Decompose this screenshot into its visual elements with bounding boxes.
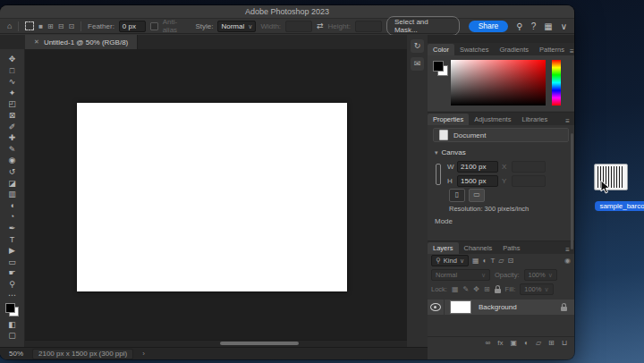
eye-icon[interactable] xyxy=(430,303,441,311)
height-input[interactable] xyxy=(355,21,382,32)
horizontal-scrollbar[interactable] xyxy=(25,340,407,347)
color-panel-swatches[interactable] xyxy=(433,61,448,76)
filter-smart-objects-icon[interactable]: ⊡ xyxy=(507,256,513,266)
panel-menu-icon[interactable]: ≡ xyxy=(570,47,574,55)
clone-stamp-tool[interactable]: ◉ xyxy=(5,155,20,166)
filter-kind-dropdown[interactable]: Kind xyxy=(431,255,469,266)
lock-position-icon[interactable]: ✥ xyxy=(473,284,479,294)
blend-mode-dropdown[interactable]: Normal xyxy=(431,269,490,281)
gradient-tool[interactable]: ▥ xyxy=(5,189,20,200)
hand-tool[interactable]: ☛ xyxy=(5,267,20,279)
hue-slider[interactable] xyxy=(552,60,561,106)
opacity-dropdown[interactable]: 100% xyxy=(524,269,557,281)
foreground-color-swatch[interactable] xyxy=(433,61,444,72)
canvas-x-input[interactable] xyxy=(512,161,546,173)
swap-dimensions-icon[interactable]: ⇄ xyxy=(317,21,324,30)
lock-artboard-icon[interactable]: ⊞ xyxy=(484,284,490,294)
pen-tool[interactable]: ✒ xyxy=(5,223,20,234)
object-selection-tool[interactable]: ✦ xyxy=(5,88,20,99)
rectangular-marquee-tool[interactable]: □ xyxy=(5,65,20,77)
brush-tool[interactable]: ✎ xyxy=(5,144,20,156)
path-selection-tool[interactable]: ▶ xyxy=(5,245,20,257)
feather-input[interactable]: 0 px xyxy=(119,21,146,32)
document-tab[interactable]: ✕ Untitled-1 @ 50% (RGB/8) xyxy=(25,35,138,49)
history-panel-icon[interactable]: ↻ xyxy=(411,39,424,53)
edit-toolbar-icon[interactable]: ⋯ xyxy=(5,290,20,300)
add-layer-mask-icon[interactable]: ▣ xyxy=(510,338,517,348)
workspace-icon[interactable]: ▦ xyxy=(544,21,552,31)
new-selection-icon[interactable]: ■ xyxy=(38,22,43,30)
window-titlebar[interactable]: Adobe Photoshop 2023 xyxy=(0,5,574,19)
quick-mask-icon[interactable]: ◧ xyxy=(5,319,20,330)
search-icon[interactable]: ⚲ xyxy=(516,21,522,31)
rectangle-tool[interactable]: ▭ xyxy=(5,257,20,268)
tab-color[interactable]: Color xyxy=(428,44,454,55)
lasso-tool[interactable]: ∿ xyxy=(5,76,20,88)
desktop-file-barcode-icon[interactable] xyxy=(594,164,628,190)
fill-dropdown[interactable]: 100% xyxy=(520,283,553,295)
zoom-level-input[interactable]: 50% xyxy=(9,350,23,358)
home-icon[interactable]: ⌂ xyxy=(7,21,12,30)
new-group-icon[interactable]: ▱ xyxy=(536,338,541,348)
share-button[interactable]: Share xyxy=(469,21,509,32)
eraser-tool[interactable]: ◪ xyxy=(5,178,20,190)
add-to-selection-icon[interactable]: ⊞ xyxy=(47,22,54,30)
width-input[interactable] xyxy=(285,21,312,32)
canvas-height-input[interactable]: 1500 px xyxy=(457,175,498,187)
delete-layer-icon[interactable]: ⊔ xyxy=(562,338,567,348)
crop-tool[interactable]: ◰ xyxy=(5,98,20,110)
active-tool-icon[interactable] xyxy=(25,21,34,30)
new-adjustment-layer-icon[interactable]: ◐ xyxy=(524,338,529,348)
canvas-width-input[interactable]: 2100 px xyxy=(457,161,498,173)
document-canvas[interactable] xyxy=(77,103,347,291)
anti-alias-checkbox[interactable] xyxy=(150,22,158,30)
move-tool[interactable]: ✥ xyxy=(5,54,20,65)
select-and-mask-button[interactable]: Select and Mask... xyxy=(386,16,460,36)
tab-swatches[interactable]: Swatches xyxy=(454,44,495,55)
new-layer-icon[interactable]: ⊞ xyxy=(548,338,555,348)
frame-tool[interactable]: ⊠ xyxy=(5,110,20,122)
filter-pixel-layers-icon[interactable]: ▦ xyxy=(472,256,479,266)
help-icon[interactable]: ? xyxy=(531,21,537,31)
comments-panel-icon[interactable]: ✉ xyxy=(411,57,424,71)
layer-visibility-cell[interactable] xyxy=(428,300,445,315)
close-tab-icon[interactable]: ✕ xyxy=(34,38,39,46)
zoom-tool[interactable]: ⚲ xyxy=(5,279,20,291)
history-brush-tool[interactable]: ↺ xyxy=(5,166,20,178)
document-properties-row[interactable]: Document xyxy=(433,128,569,142)
layer-thumbnail[interactable] xyxy=(450,300,471,314)
horizontal-scrollbar-thumb[interactable] xyxy=(220,342,299,345)
saturation-brightness-picker[interactable] xyxy=(451,60,546,106)
link-layers-icon[interactable]: ∞ xyxy=(486,338,491,348)
layer-effects-icon[interactable]: fx xyxy=(497,338,503,348)
foreground-color-swatch[interactable] xyxy=(5,303,15,313)
tab-gradients[interactable]: Gradients xyxy=(494,44,534,55)
eyedropper-tool[interactable]: ✐ xyxy=(5,122,20,133)
lock-all-icon[interactable] xyxy=(495,289,501,293)
type-tool[interactable]: T xyxy=(5,234,20,246)
filter-type-layers-icon[interactable]: T xyxy=(490,256,495,266)
blur-tool[interactable]: ◖ xyxy=(5,200,20,212)
layer-row-background[interactable]: Background xyxy=(428,300,574,315)
filter-shape-layers-icon[interactable]: ▱ xyxy=(498,256,504,266)
portrait-orientation-button[interactable]: ▯ xyxy=(449,189,465,202)
layer-filter-toggle[interactable]: ◉ xyxy=(564,257,571,265)
spot-healing-brush-tool[interactable]: ✚ xyxy=(5,132,20,144)
link-dimensions-icon[interactable] xyxy=(436,164,441,185)
canvas-area[interactable] xyxy=(25,49,407,347)
lock-image-pixels-icon[interactable]: ✎ xyxy=(463,284,470,294)
status-chevron-icon[interactable]: › xyxy=(142,350,145,358)
canvas-y-input[interactable] xyxy=(512,175,546,187)
landscape-orientation-button[interactable]: ▭ xyxy=(469,189,485,202)
subtract-from-selection-icon[interactable]: ⊟ xyxy=(58,22,64,30)
lock-transparent-pixels-icon[interactable]: ▦ xyxy=(452,284,459,294)
dodge-tool[interactable]: ◔ xyxy=(5,211,20,223)
screen-mode-icon[interactable]: ▢ xyxy=(5,330,20,341)
chevron-down-icon[interactable]: ∨ xyxy=(561,21,567,31)
style-dropdown[interactable]: Normal xyxy=(217,21,256,32)
foreground-background-colors[interactable] xyxy=(5,303,19,317)
panel-scrollbar[interactable] xyxy=(571,133,573,249)
filter-adjustment-layers-icon[interactable]: ◐ xyxy=(483,256,487,266)
intersect-selection-icon[interactable]: ⊡ xyxy=(68,22,74,30)
tab-patterns[interactable]: Patterns xyxy=(534,44,570,55)
